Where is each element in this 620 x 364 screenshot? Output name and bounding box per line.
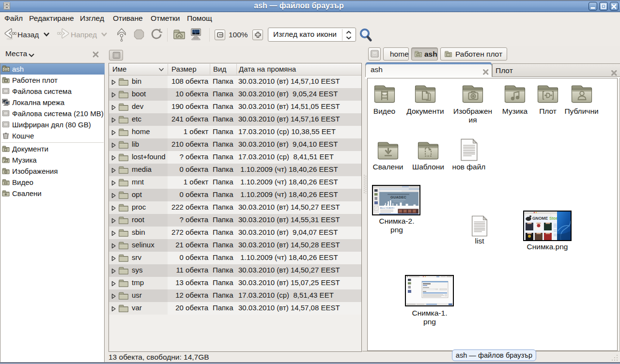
svg-text:GUADEC: GUADEC xyxy=(390,195,406,199)
svg-text:GNOME: GNOME xyxy=(532,216,548,221)
svg-text:About GUADEC: About GUADEC xyxy=(380,207,395,209)
